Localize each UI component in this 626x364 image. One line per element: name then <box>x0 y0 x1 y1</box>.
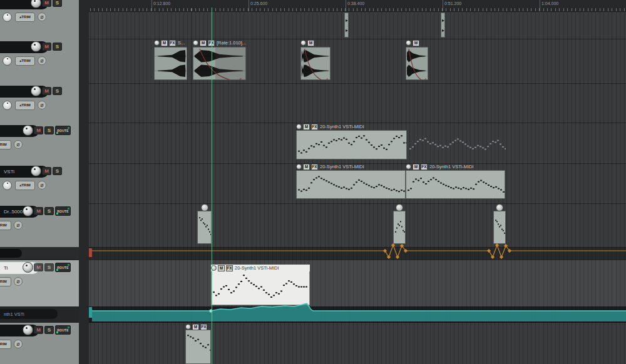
item-grip-icon[interactable] <box>406 164 411 169</box>
volume-knob[interactable] <box>31 41 41 52</box>
item-mute-button[interactable]: M <box>307 40 314 46</box>
phase-button[interactable]: ø <box>14 277 23 286</box>
pan-knob[interactable] <box>3 56 12 66</box>
volume-knob[interactable] <box>23 262 33 273</box>
item-grip-icon[interactable] <box>406 40 411 46</box>
item-mute-button[interactable]: M <box>413 164 419 170</box>
trim-envelope-button[interactable]: ▴TRIM <box>15 181 35 190</box>
item-mute-button[interactable]: M <box>413 40 419 46</box>
audio-item[interactable] <box>193 47 246 80</box>
track-panel[interactable]: MS▴TRIMø <box>0 83 79 123</box>
phase-button[interactable]: ø <box>38 101 46 109</box>
midi-item[interactable] <box>393 211 406 244</box>
item-fx-button[interactable]: FX <box>311 164 318 170</box>
volume-knob[interactable] <box>23 325 33 335</box>
item-fx-button[interactable]: FX <box>169 40 176 46</box>
midi-item[interactable] <box>197 211 212 244</box>
solo-button[interactable]: S <box>44 326 54 334</box>
route-button[interactable]: ROUTE <box>55 263 71 272</box>
item-grip-icon[interactable] <box>296 124 302 129</box>
track-panel[interactable]: MS▴TRIMø <box>0 39 79 84</box>
mute-button[interactable]: M <box>34 207 43 215</box>
phase-button[interactable]: ø <box>14 340 23 348</box>
item-grip-icon[interactable] <box>154 40 160 46</box>
trim-envelope-button[interactable]: ▴TRIM <box>15 101 35 110</box>
item-mute-button[interactable]: M <box>218 265 225 271</box>
item-grip-icon[interactable] <box>300 40 306 46</box>
track-row[interactable] <box>89 322 626 364</box>
envelope-lane-row[interactable] <box>89 306 626 323</box>
volume-knob[interactable] <box>31 86 41 96</box>
item-grip-handle[interactable] <box>396 204 403 211</box>
track-panel[interactable]: TiMSROUTE▴TRIMø <box>0 260 79 307</box>
route-button[interactable]: ROUTE <box>55 126 71 135</box>
mute-button[interactable]: M <box>42 43 51 51</box>
item-grip-icon[interactable] <box>296 164 302 169</box>
mute-button[interactable]: M <box>42 0 51 7</box>
item-fx-button[interactable]: FX <box>311 124 318 130</box>
item-fx-button[interactable]: FX <box>421 164 428 170</box>
track-row[interactable] <box>89 83 626 123</box>
solo-button[interactable]: S <box>53 43 62 51</box>
trim-envelope-button[interactable]: ▴TRIM <box>15 13 35 22</box>
midi-item[interactable] <box>406 170 505 199</box>
item-grip-handle[interactable] <box>496 204 503 211</box>
audio-item[interactable] <box>441 13 445 38</box>
track-row[interactable] <box>89 260 626 307</box>
track-panel[interactable]: VSTiMS▴TRIMø <box>0 163 79 204</box>
phase-button[interactable]: ø <box>14 221 23 230</box>
mute-button[interactable]: M <box>34 326 43 334</box>
track-panel[interactable]: MSROUTE▴TRIMø <box>0 322 79 364</box>
edit-cursor[interactable] <box>212 8 212 364</box>
midi-item[interactable] <box>296 170 406 199</box>
item-mute-button[interactable]: M <box>161 40 168 46</box>
trim-envelope-button[interactable]: ▴TRIM <box>0 277 11 286</box>
timeline-ruler[interactable]: 0:12.8000:25.6000:38.4000:51.2001:04.000 <box>89 0 626 12</box>
mute-button[interactable]: M <box>42 167 51 175</box>
envelope-lane-panel[interactable]: nth1 VSTi <box>0 306 79 323</box>
route-button[interactable]: ROUTE <box>55 206 71 216</box>
divider-lane-row[interactable] <box>89 247 626 260</box>
volume-knob[interactable] <box>23 125 33 136</box>
audio-item[interactable] <box>344 13 349 38</box>
audio-item[interactable] <box>154 47 187 80</box>
trim-envelope-button[interactable]: ▴TRIM <box>0 140 11 149</box>
volume-knob[interactable] <box>31 166 41 176</box>
phase-button[interactable]: ø <box>38 181 46 190</box>
solo-button[interactable]: S <box>53 87 62 95</box>
solo-button[interactable]: S <box>44 263 54 271</box>
track-panel[interactable]: MSROUTE▴TRIMø <box>0 123 79 164</box>
audio-item[interactable] <box>406 47 428 80</box>
item-fx-button[interactable]: FX <box>200 324 207 330</box>
track-panel[interactable]: Dr..5000MSROUTE▴TRIMø <box>0 203 79 248</box>
item-grip-icon[interactable] <box>185 324 191 330</box>
item-mute-button[interactable]: M <box>303 124 310 130</box>
phase-button[interactable]: ø <box>38 56 46 65</box>
mute-button[interactable]: M <box>42 87 51 95</box>
solo-button[interactable]: S <box>53 167 62 175</box>
item-mute-button[interactable]: M <box>192 324 199 330</box>
solo-button[interactable]: S <box>44 207 54 215</box>
trim-envelope-button[interactable]: ▴TRIM <box>0 221 11 230</box>
trim-envelope-button[interactable]: ▴TRIM <box>15 56 35 66</box>
volume-knob[interactable] <box>23 206 33 216</box>
phase-button[interactable]: ø <box>38 13 46 21</box>
track-row[interactable] <box>89 11 626 39</box>
phase-button[interactable]: ø <box>14 140 23 149</box>
solo-button[interactable]: S <box>53 0 62 7</box>
pan-knob[interactable] <box>3 181 12 190</box>
trim-envelope-button[interactable]: ▴TRIM <box>0 340 11 349</box>
item-grip-handle[interactable] <box>201 204 208 211</box>
midi-item[interactable] <box>493 211 506 244</box>
midi-item[interactable] <box>296 130 407 159</box>
item-grip-icon[interactable] <box>193 40 198 46</box>
mute-button[interactable]: M <box>34 126 43 134</box>
audio-item[interactable] <box>300 47 331 80</box>
collapsed-track-panel[interactable] <box>0 247 79 260</box>
pan-knob[interactable] <box>3 101 12 110</box>
midi-item-selected[interactable] <box>211 271 310 305</box>
track-row[interactable] <box>89 203 626 248</box>
item-mute-button[interactable]: M <box>303 164 310 170</box>
route-button[interactable]: ROUTE <box>55 325 71 335</box>
mute-button[interactable]: M <box>34 263 43 271</box>
